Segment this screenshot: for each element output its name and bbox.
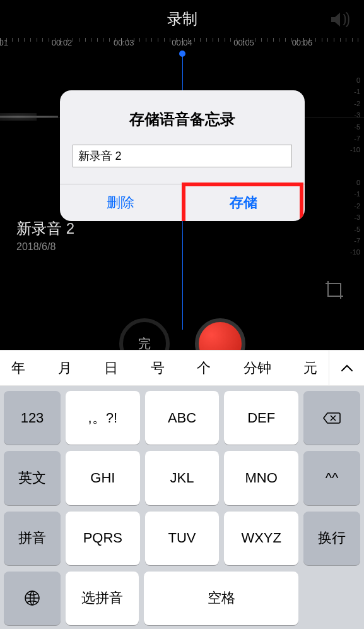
globe-key[interactable] <box>4 572 61 625</box>
timeline-ruler[interactable]: 0100:0200:0300:0400:0500:06 <box>0 38 364 63</box>
svg-rect-0 <box>328 284 341 296</box>
candidate-row: 年月日号个分钟元 <box>0 350 364 386</box>
candidate[interactable]: 分钟 <box>244 359 271 378</box>
save-button[interactable]: 存储 <box>182 184 305 221</box>
playhead-dot <box>179 51 185 57</box>
header: 录制 <box>0 0 364 38</box>
key-jkl[interactable]: JKL <box>145 451 220 505</box>
key-caret[interactable]: ^^ <box>303 451 360 505</box>
key-123[interactable]: 123 <box>4 391 61 445</box>
key-tuv[interactable]: TUV <box>145 512 220 565</box>
save-dialog: 存储语音备忘录 删除 存储 <box>60 90 305 221</box>
expand-candidates-button[interactable] <box>329 350 364 386</box>
ruler-label: 00:04 <box>172 38 192 47</box>
recording-name-input[interactable] <box>73 145 292 167</box>
candidate[interactable]: 号 <box>151 359 165 378</box>
key-select-pinyin[interactable]: 选拼音 <box>66 572 139 625</box>
key-mno[interactable]: MNO <box>224 451 298 505</box>
key-pinyin[interactable]: 拼音 <box>4 512 61 565</box>
db-scale-top: 0-1-2-3-5-7-10 <box>350 76 360 157</box>
ruler-label: 00:06 <box>292 38 313 47</box>
key-pqrs[interactable]: PQRS <box>66 512 140 565</box>
key-wxyz[interactable]: WXYZ <box>224 512 298 565</box>
recording-date: 2018/6/8 <box>16 241 364 253</box>
key-return[interactable]: 换行 <box>303 512 360 565</box>
candidate[interactable]: 元 <box>303 359 317 378</box>
key-ghi[interactable]: GHI <box>66 451 140 505</box>
key-def[interactable]: DEF <box>224 391 298 445</box>
page-title: 录制 <box>167 9 197 29</box>
key-abc[interactable]: ABC <box>145 391 220 445</box>
ruler-label: 00:05 <box>233 38 254 47</box>
recording-info: 新录音 2 2018/6/8 <box>16 219 364 253</box>
key-punct[interactable]: ,。?! <box>66 391 140 445</box>
db-scale-bottom: 0-1-2-3-5-7-10 <box>350 178 360 260</box>
ruler-label: 00:02 <box>52 38 73 47</box>
speaker-icon[interactable] <box>330 11 351 30</box>
ruler-label: 00:03 <box>114 38 134 47</box>
candidate[interactable]: 个 <box>197 359 211 378</box>
done-button[interactable]: 完 <box>119 318 170 350</box>
keyboard: 年月日号个分钟元 123 ,。?! ABC DEF 英文 GHI JKL MNO… <box>0 350 364 629</box>
recording-name: 新录音 2 <box>16 219 364 239</box>
dialog-title: 存储语音备忘录 <box>60 90 305 145</box>
crop-icon[interactable] <box>324 279 345 303</box>
key-english[interactable]: 英文 <box>4 451 61 505</box>
space-key[interactable]: 空格 <box>144 572 298 625</box>
ruler-label: 01 <box>0 38 8 47</box>
candidate[interactable]: 年 <box>11 359 25 378</box>
backspace-key[interactable] <box>303 391 360 445</box>
delete-button[interactable]: 删除 <box>60 184 182 221</box>
candidate[interactable]: 月 <box>58 359 72 378</box>
record-button[interactable] <box>195 318 245 350</box>
candidate[interactable]: 日 <box>104 359 118 378</box>
